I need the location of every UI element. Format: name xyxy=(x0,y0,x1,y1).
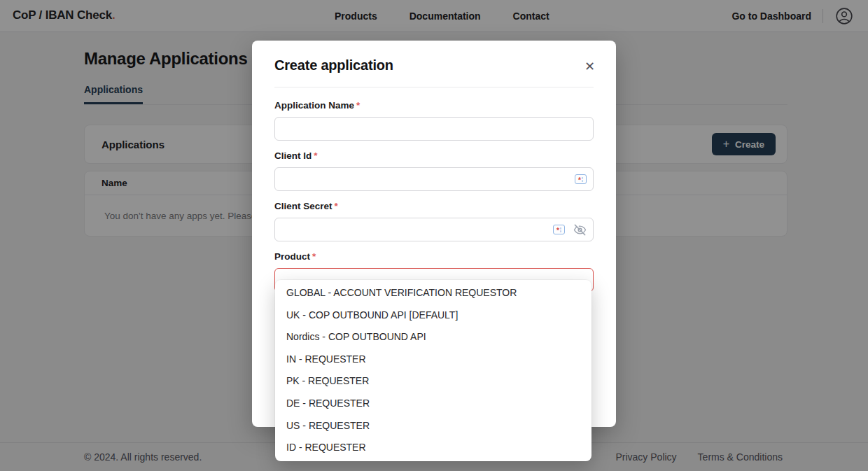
client-secret-input-icons: *¦ xyxy=(553,218,587,241)
autofill-icon: *¦ xyxy=(553,225,565,234)
application-name-label: Application Name* xyxy=(274,100,594,111)
dropdown-option[interactable]: US - REQUESTER xyxy=(275,415,592,437)
application-name-field-group: Application Name* xyxy=(274,100,594,141)
required-asterisk: * xyxy=(356,100,360,111)
autofill-icon: *¦ xyxy=(575,174,587,184)
required-asterisk: * xyxy=(335,201,338,211)
client-secret-input[interactable] xyxy=(274,218,594,241)
client-id-field-group: Client Id* *¦ xyxy=(274,150,594,191)
product-label: Product* xyxy=(274,251,594,262)
client-id-input[interactable] xyxy=(274,167,594,191)
dropdown-option[interactable]: UK - COP OUTBOUND API [DEFAULT] xyxy=(275,304,592,327)
modal-body: Application Name* Client Id* *¦ Client S… xyxy=(252,87,616,292)
dropdown-option[interactable]: GLOBAL - ACCOUNT VERIFICATION REQUESTOR xyxy=(275,282,592,304)
dropdown-option[interactable]: IN - REQUESTER xyxy=(275,349,592,371)
close-icon[interactable]: ✕ xyxy=(583,59,596,74)
product-dropdown-menu: GLOBAL - ACCOUNT VERIFICATION REQUESTOR … xyxy=(275,280,592,461)
dropdown-option[interactable]: ID - REQUESTER xyxy=(275,437,592,459)
client-secret-field-group: Client Secret* *¦ xyxy=(274,201,594,241)
dropdown-option[interactable]: DE - REQUESTER xyxy=(275,393,592,415)
client-id-label: Client Id* xyxy=(274,150,594,162)
modal-title: Create application xyxy=(274,57,393,73)
application-name-input[interactable] xyxy=(274,117,594,141)
required-asterisk: * xyxy=(312,251,316,262)
client-secret-label: Client Secret* xyxy=(274,201,594,212)
dropdown-option[interactable]: Nordics - COP OUTBOUND API xyxy=(275,326,592,349)
dropdown-option[interactable]: PK - REQUESTER xyxy=(275,370,592,393)
eye-off-icon[interactable] xyxy=(573,223,587,237)
client-id-input-icons: *¦ xyxy=(575,167,587,191)
required-asterisk: * xyxy=(314,150,317,161)
modal-header: Create application ✕ xyxy=(252,41,616,87)
